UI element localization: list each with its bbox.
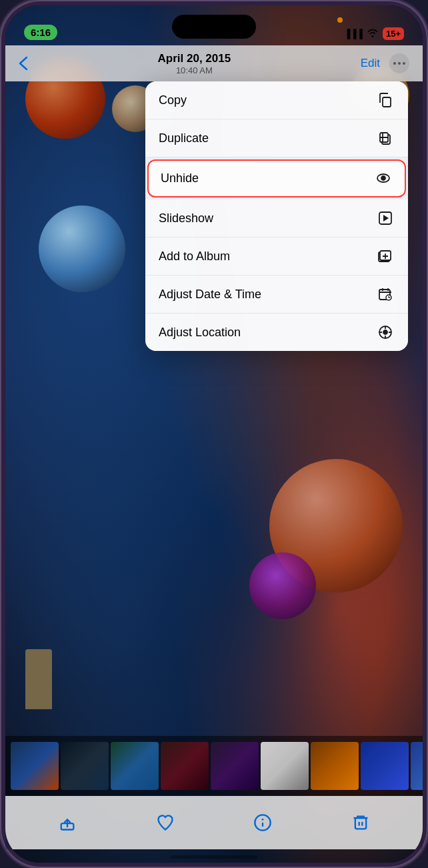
menu-item-duplicate-label: Duplicate [159, 131, 209, 145]
calendar-icon [376, 285, 395, 304]
album-icon [376, 247, 395, 266]
duplicate-icon [376, 129, 395, 147]
context-menu: Copy Duplicate [145, 81, 408, 351]
svg-rect-3 [383, 97, 391, 107]
copy-icon [376, 91, 395, 109]
menu-item-slideshow-label: Slideshow [159, 211, 213, 226]
location-icon [376, 323, 395, 342]
phone-frame: 6:16 ▐▐▐ 15+ Apri [0, 0, 428, 868]
menu-item-slideshow[interactable]: Slideshow [145, 199, 408, 238]
menu-item-copy-label: Copy [159, 93, 187, 107]
menu-item-adjust-date-time-label: Adjust Date & Time [159, 288, 261, 302]
menu-item-unhide[interactable]: Unhide [147, 159, 406, 197]
menu-item-add-to-album[interactable]: Add to Album [145, 238, 408, 276]
menu-item-adjust-location[interactable]: Adjust Location [145, 314, 408, 351]
eye-icon [374, 169, 393, 187]
svg-marker-11 [383, 215, 389, 222]
menu-item-add-to-album-label: Add to Album [159, 250, 230, 264]
play-icon [376, 209, 395, 228]
menu-item-duplicate[interactable]: Duplicate [145, 119, 408, 157]
menu-item-copy[interactable]: Copy [145, 81, 408, 119]
svg-point-9 [381, 176, 385, 180]
screen: 6:16 ▐▐▐ 15+ Apri [5, 5, 423, 863]
svg-point-21 [383, 330, 387, 334]
menu-item-adjust-location-label: Adjust Location [159, 326, 241, 340]
menu-item-adjust-date-time[interactable]: Adjust Date & Time [145, 276, 408, 314]
menu-item-unhide-label: Unhide [161, 171, 199, 185]
